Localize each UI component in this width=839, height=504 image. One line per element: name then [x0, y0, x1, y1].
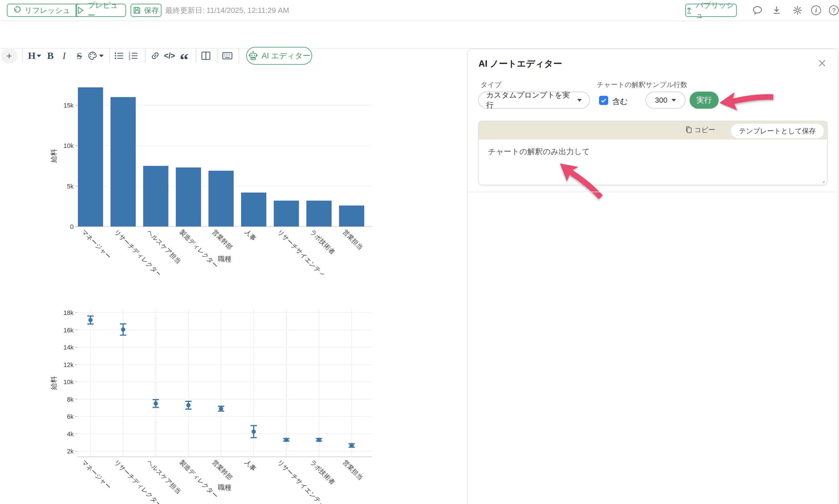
- toolbar-divider: [109, 49, 110, 63]
- copy-icon: [685, 126, 692, 133]
- close-icon: [818, 59, 826, 68]
- speech-bubble-icon: [752, 5, 763, 15]
- ai-note-editor-panel: AI ノートエディター タイプ チャートの解釈 サンプル行数 カスタムプロンプト…: [467, 49, 838, 504]
- ai-editor-label: AI エディター: [262, 51, 311, 61]
- svg-text:職種: 職種: [218, 255, 232, 263]
- sample-rows-label: サンプル行数: [646, 80, 687, 89]
- refresh-button[interactable]: リフレッシュ: [7, 4, 75, 16]
- svg-text:14k: 14k: [64, 344, 74, 351]
- settings-button[interactable]: [791, 4, 804, 17]
- toolbar-divider: [145, 49, 145, 63]
- gear-icon: [792, 5, 803, 15]
- svg-text:給料: 給料: [50, 149, 57, 163]
- toolbar-divider: [196, 49, 196, 63]
- svg-text:12k: 12k: [64, 361, 74, 368]
- info-button[interactable]: i: [810, 4, 822, 17]
- chevron-down-icon: [671, 99, 676, 102]
- save-icon: [133, 6, 141, 14]
- sample-rows-value: 300: [655, 96, 667, 105]
- blockquote-button[interactable]: “: [178, 49, 190, 62]
- svg-text:ラボ技術者: ラボ技術者: [309, 458, 336, 486]
- save-as-template-button[interactable]: テンプレートとして保存: [731, 124, 824, 139]
- refresh-icon: [13, 6, 21, 15]
- save-button[interactable]: 保存: [131, 4, 161, 17]
- download-icon: [772, 5, 782, 15]
- upload-icon: [686, 6, 692, 14]
- ai-editor-button[interactable]: AI エディター: [246, 47, 312, 65]
- play-icon: [77, 6, 84, 14]
- check-icon: [600, 97, 607, 104]
- svg-text:職種: 職種: [218, 483, 232, 491]
- chart-interpretation-label: チャートの解釈: [597, 80, 646, 89]
- keyboard-shortcuts-button[interactable]: [221, 49, 234, 62]
- svg-text:4k: 4k: [67, 431, 74, 438]
- add-block-button[interactable]: +: [1, 48, 17, 64]
- run-button[interactable]: 実行: [689, 92, 719, 109]
- svg-text:3: 3: [129, 57, 130, 61]
- app-window: リフレッシュ プレビュー 保存 最終更新日: 11/14/2025, 12:11…: [0, 0, 839, 504]
- svg-text:6k: 6k: [67, 413, 74, 420]
- toolbar-divider: [217, 49, 218, 63]
- help-button[interactable]: ?: [827, 4, 839, 17]
- format-toolbar: + H B I S 123 </> “: [0, 21, 839, 49]
- svg-text:ラボ技術者: ラボ技術者: [309, 228, 336, 256]
- svg-text:10k: 10k: [64, 378, 74, 385]
- svg-text:リサーチサイエンティスト: リサーチサイエンティスト: [276, 228, 336, 275]
- heading-label: H: [28, 50, 35, 61]
- robot-icon: [248, 51, 258, 61]
- text-color-button[interactable]: [87, 49, 104, 62]
- include-checkbox[interactable]: [599, 96, 608, 105]
- publish-label: パブリッシュ: [696, 0, 736, 20]
- svg-text:0: 0: [70, 223, 73, 230]
- preview-button[interactable]: プレビュー: [76, 4, 126, 17]
- close-panel-button[interactable]: [817, 58, 827, 69]
- last-updated-text: 最終更新日: 11/14/2025, 12:11:29 AM: [165, 0, 289, 21]
- svg-text:10k: 10k: [64, 142, 74, 149]
- heading-button[interactable]: H: [26, 49, 43, 62]
- svg-text:人事: 人事: [243, 458, 257, 472]
- link-button[interactable]: [149, 49, 161, 62]
- prompt-card-header: コピー テンプレートとして保存: [479, 121, 827, 140]
- svg-text:16k: 16k: [64, 327, 74, 334]
- preview-label: プレビュー: [88, 0, 125, 20]
- info-icon: i: [811, 5, 821, 15]
- prompt-type-select[interactable]: カスタムプロンプトを実行: [478, 92, 590, 109]
- svg-text:ヘルスケア担当: ヘルスケア担当: [145, 228, 182, 265]
- code-button[interactable]: </>: [162, 49, 177, 62]
- svg-text:営業担当: 営業担当: [341, 458, 364, 481]
- sample-rows-select[interactable]: 300: [646, 92, 686, 109]
- svg-text:人事: 人事: [243, 228, 257, 242]
- link-icon: [150, 51, 160, 61]
- svg-text:営業幹部: 営業幹部: [211, 228, 234, 251]
- download-button[interactable]: [770, 4, 783, 17]
- bold-button[interactable]: B: [44, 49, 57, 62]
- comments-button[interactable]: [751, 4, 764, 17]
- copy-button[interactable]: コピー: [685, 125, 715, 134]
- copy-label: コピー: [695, 125, 715, 134]
- bullet-list-icon: [114, 51, 124, 61]
- prompt-textarea[interactable]: チャートの解釈のみ出力して: [479, 140, 827, 185]
- save-label: 保存: [144, 5, 159, 15]
- svg-text:5k: 5k: [67, 183, 74, 190]
- svg-text:マネージャー: マネージャー: [80, 228, 112, 260]
- keyboard-icon: [222, 51, 233, 60]
- annotation-arrow-run: [718, 88, 776, 114]
- bullet-list-button[interactable]: [113, 49, 125, 62]
- chevron-down-icon: [577, 99, 582, 102]
- svg-text:営業担当: 営業担当: [341, 228, 364, 251]
- panel-title: AI ノートエディター: [479, 58, 562, 70]
- resize-grip-icon[interactable]: [821, 179, 825, 184]
- toolbar-divider: [239, 49, 239, 63]
- toolbar-divider: [22, 49, 23, 63]
- top-toolbar: リフレッシュ プレビュー 保存 最終更新日: 11/14/2025, 12:11…: [0, 0, 839, 21]
- strikethrough-button[interactable]: S: [73, 49, 86, 62]
- svg-text:15k: 15k: [64, 102, 74, 109]
- prompt-type-value: カスタムプロンプトを実行: [486, 90, 577, 110]
- italic-button[interactable]: I: [58, 49, 70, 62]
- publish-button[interactable]: パブリッシュ: [685, 4, 737, 17]
- palette-icon: [87, 51, 98, 61]
- question-icon: ?: [829, 5, 839, 15]
- columns-button[interactable]: [200, 49, 212, 62]
- type-label: タイプ: [480, 80, 502, 89]
- numbered-list-button[interactable]: 123: [127, 49, 139, 62]
